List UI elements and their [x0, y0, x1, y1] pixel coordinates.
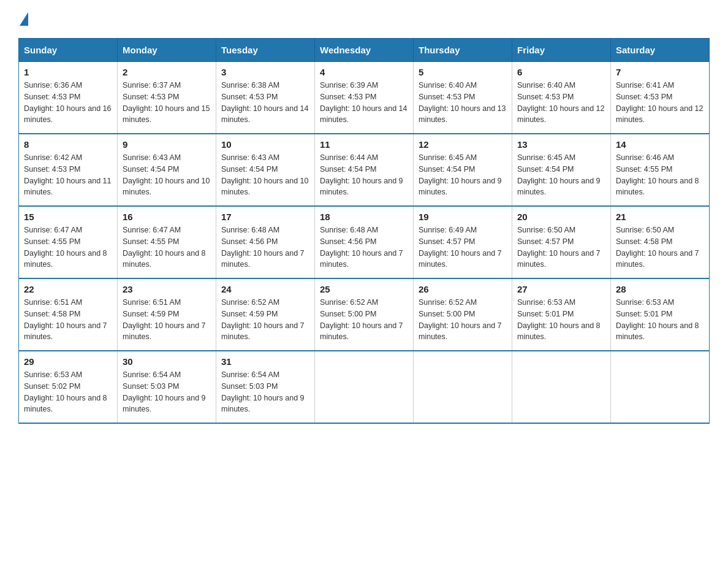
day-info: Sunrise: 6:45 AMSunset: 4:54 PMDaylight:… [419, 152, 507, 198]
day-number: 20 [517, 212, 605, 222]
day-number: 13 [517, 139, 605, 150]
day-info: Sunrise: 6:47 AMSunset: 4:55 PMDaylight:… [24, 224, 112, 270]
day-info: Sunrise: 6:53 AMSunset: 5:02 PMDaylight:… [24, 369, 112, 415]
day-info: Sunrise: 6:51 AMSunset: 4:58 PMDaylight:… [24, 297, 112, 343]
week-row-5: 29Sunrise: 6:53 AMSunset: 5:02 PMDayligh… [19, 351, 710, 423]
day-number: 21 [616, 212, 704, 222]
day-info: Sunrise: 6:51 AMSunset: 4:59 PMDaylight:… [123, 297, 211, 343]
day-info: Sunrise: 6:42 AMSunset: 4:53 PMDaylight:… [24, 152, 112, 198]
calendar-table: SundayMondayTuesdayWednesdayThursdayFrid… [18, 38, 710, 424]
calendar-cell [315, 351, 414, 423]
calendar-cell: 21Sunrise: 6:50 AMSunset: 4:58 PMDayligh… [611, 206, 710, 278]
day-info: Sunrise: 6:50 AMSunset: 4:58 PMDaylight:… [616, 224, 704, 270]
page-header [18, 12, 710, 27]
day-number: 5 [419, 67, 507, 77]
calendar-cell: 14Sunrise: 6:46 AMSunset: 4:55 PMDayligh… [611, 134, 710, 206]
calendar-cell: 8Sunrise: 6:42 AMSunset: 4:53 PMDaylight… [19, 134, 118, 206]
day-info: Sunrise: 6:48 AMSunset: 4:56 PMDaylight:… [320, 224, 408, 270]
header-thursday: Thursday [414, 39, 512, 62]
day-info: Sunrise: 6:40 AMSunset: 4:53 PMDaylight:… [517, 80, 605, 126]
calendar-cell: 1Sunrise: 6:36 AMSunset: 4:53 PMDaylight… [19, 62, 118, 134]
header-saturday: Saturday [611, 39, 710, 62]
calendar-cell: 28Sunrise: 6:53 AMSunset: 5:01 PMDayligh… [611, 278, 710, 351]
calendar-cell: 2Sunrise: 6:37 AMSunset: 4:53 PMDaylight… [118, 62, 216, 134]
day-info: Sunrise: 6:50 AMSunset: 4:57 PMDaylight:… [517, 224, 605, 270]
day-number: 23 [123, 284, 211, 294]
calendar-cell: 15Sunrise: 6:47 AMSunset: 4:55 PMDayligh… [19, 206, 118, 278]
logo [18, 12, 28, 27]
calendar-cell: 9Sunrise: 6:43 AMSunset: 4:54 PMDaylight… [118, 134, 216, 206]
day-info: Sunrise: 6:36 AMSunset: 4:53 PMDaylight:… [24, 80, 112, 126]
day-info: Sunrise: 6:45 AMSunset: 4:54 PMDaylight:… [517, 152, 605, 198]
day-number: 14 [616, 139, 704, 150]
day-number: 8 [24, 139, 112, 150]
day-number: 22 [24, 284, 112, 294]
calendar-cell: 20Sunrise: 6:50 AMSunset: 4:57 PMDayligh… [512, 206, 611, 278]
day-info: Sunrise: 6:44 AMSunset: 4:54 PMDaylight:… [320, 152, 408, 198]
header-sunday: Sunday [19, 39, 118, 62]
calendar-cell: 12Sunrise: 6:45 AMSunset: 4:54 PMDayligh… [414, 134, 512, 206]
day-number: 16 [123, 212, 211, 222]
day-info: Sunrise: 6:47 AMSunset: 4:55 PMDaylight:… [123, 224, 211, 270]
calendar-cell: 27Sunrise: 6:53 AMSunset: 5:01 PMDayligh… [512, 278, 611, 351]
calendar-cell: 17Sunrise: 6:48 AMSunset: 4:56 PMDayligh… [216, 206, 315, 278]
day-info: Sunrise: 6:38 AMSunset: 4:53 PMDaylight:… [221, 80, 309, 126]
day-info: Sunrise: 6:40 AMSunset: 4:53 PMDaylight:… [419, 80, 507, 126]
day-number: 9 [123, 139, 211, 150]
calendar-cell: 13Sunrise: 6:45 AMSunset: 4:54 PMDayligh… [512, 134, 611, 206]
calendar-cell: 18Sunrise: 6:48 AMSunset: 4:56 PMDayligh… [315, 206, 414, 278]
day-info: Sunrise: 6:52 AMSunset: 4:59 PMDaylight:… [221, 297, 309, 343]
day-info: Sunrise: 6:41 AMSunset: 4:53 PMDaylight:… [616, 80, 704, 126]
day-info: Sunrise: 6:48 AMSunset: 4:56 PMDaylight:… [221, 224, 309, 270]
day-number: 6 [517, 67, 605, 77]
header-tuesday: Tuesday [216, 39, 315, 62]
header-wednesday: Wednesday [315, 39, 414, 62]
day-number: 4 [320, 67, 408, 77]
day-info: Sunrise: 6:37 AMSunset: 4:53 PMDaylight:… [123, 80, 211, 126]
calendar-cell: 11Sunrise: 6:44 AMSunset: 4:54 PMDayligh… [315, 134, 414, 206]
calendar-cell: 10Sunrise: 6:43 AMSunset: 4:54 PMDayligh… [216, 134, 315, 206]
calendar-cell: 25Sunrise: 6:52 AMSunset: 5:00 PMDayligh… [315, 278, 414, 351]
day-number: 19 [419, 212, 507, 222]
day-number: 30 [123, 356, 211, 367]
day-number: 26 [419, 284, 507, 294]
logo-text [18, 12, 28, 27]
week-row-2: 8Sunrise: 6:42 AMSunset: 4:53 PMDaylight… [19, 134, 710, 206]
day-number: 24 [221, 284, 309, 294]
calendar-cell: 31Sunrise: 6:54 AMSunset: 5:03 PMDayligh… [216, 351, 315, 423]
calendar-cell [611, 351, 710, 423]
day-number: 11 [320, 139, 408, 150]
calendar-cell: 16Sunrise: 6:47 AMSunset: 4:55 PMDayligh… [118, 206, 216, 278]
day-info: Sunrise: 6:49 AMSunset: 4:57 PMDaylight:… [419, 224, 507, 270]
calendar-cell: 23Sunrise: 6:51 AMSunset: 4:59 PMDayligh… [118, 278, 216, 351]
week-row-4: 22Sunrise: 6:51 AMSunset: 4:58 PMDayligh… [19, 278, 710, 351]
calendar-cell: 19Sunrise: 6:49 AMSunset: 4:57 PMDayligh… [414, 206, 512, 278]
days-header-row: SundayMondayTuesdayWednesdayThursdayFrid… [19, 39, 710, 62]
calendar-cell: 5Sunrise: 6:40 AMSunset: 4:53 PMDaylight… [414, 62, 512, 134]
day-info: Sunrise: 6:54 AMSunset: 5:03 PMDaylight:… [221, 369, 309, 415]
day-info: Sunrise: 6:52 AMSunset: 5:00 PMDaylight:… [320, 297, 408, 343]
day-info: Sunrise: 6:52 AMSunset: 5:00 PMDaylight:… [419, 297, 507, 343]
day-info: Sunrise: 6:39 AMSunset: 4:53 PMDaylight:… [320, 80, 408, 126]
day-info: Sunrise: 6:54 AMSunset: 5:03 PMDaylight:… [123, 369, 211, 415]
day-info: Sunrise: 6:43 AMSunset: 4:54 PMDaylight:… [123, 152, 211, 198]
calendar-cell [512, 351, 611, 423]
calendar-cell: 6Sunrise: 6:40 AMSunset: 4:53 PMDaylight… [512, 62, 611, 134]
day-number: 1 [24, 67, 112, 77]
day-number: 15 [24, 212, 112, 222]
day-number: 12 [419, 139, 507, 150]
day-info: Sunrise: 6:43 AMSunset: 4:54 PMDaylight:… [221, 152, 309, 198]
calendar-cell: 26Sunrise: 6:52 AMSunset: 5:00 PMDayligh… [414, 278, 512, 351]
day-number: 29 [24, 356, 112, 367]
week-row-3: 15Sunrise: 6:47 AMSunset: 4:55 PMDayligh… [19, 206, 710, 278]
day-number: 27 [517, 284, 605, 294]
day-number: 7 [616, 67, 704, 77]
header-friday: Friday [512, 39, 611, 62]
header-monday: Monday [118, 39, 216, 62]
day-info: Sunrise: 6:53 AMSunset: 5:01 PMDaylight:… [616, 297, 704, 343]
day-info: Sunrise: 6:46 AMSunset: 4:55 PMDaylight:… [616, 152, 704, 198]
calendar-cell [414, 351, 512, 423]
calendar-cell: 4Sunrise: 6:39 AMSunset: 4:53 PMDaylight… [315, 62, 414, 134]
calendar-cell: 3Sunrise: 6:38 AMSunset: 4:53 PMDaylight… [216, 62, 315, 134]
calendar-cell: 29Sunrise: 6:53 AMSunset: 5:02 PMDayligh… [19, 351, 118, 423]
